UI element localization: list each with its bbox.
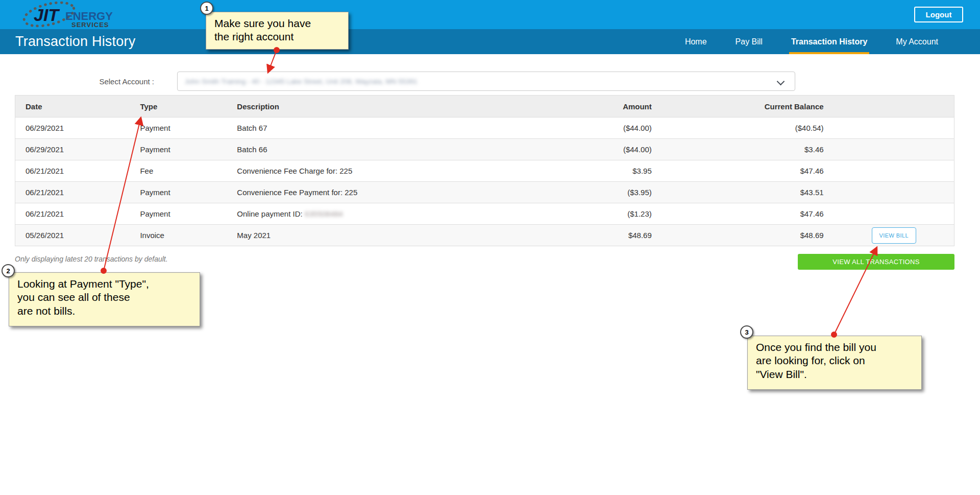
cell-date: 06/21/2021 <box>15 182 130 203</box>
cell-action <box>834 160 954 182</box>
logo-jit-text: JIT <box>34 5 60 25</box>
table-row: 06/29/2021PaymentBatch 67($44.00)($40.54… <box>15 117 954 139</box>
cell-current-balance: $47.46 <box>662 203 834 225</box>
table-row: 06/21/2021PaymentOnline payment ID: 6355… <box>15 203 954 225</box>
table-footnote: Only displaying latest 20 transactions b… <box>15 255 168 263</box>
nav-item-pay-bill[interactable]: Pay Bill <box>721 29 777 54</box>
cell-amount: ($1.23) <box>507 203 662 225</box>
cell-action <box>834 203 954 225</box>
nav-item-transaction-history[interactable]: Transaction History <box>777 29 881 54</box>
column-header-amount: Amount <box>507 96 662 117</box>
cell-date: 06/21/2021 <box>15 160 130 182</box>
page-title: Transaction History <box>15 29 135 54</box>
cell-type: Payment <box>130 117 227 139</box>
cell-date: 05/26/2021 <box>15 225 130 246</box>
cell-type: Fee <box>130 160 227 182</box>
callout-step-3: Once you find the bill you are looking f… <box>747 336 922 390</box>
chevron-down-icon <box>777 78 785 86</box>
table-header-row: DateTypeDescriptionAmountCurrent Balance <box>15 96 954 117</box>
blurred-payment-id: 635508484 <box>305 209 343 218</box>
view-all-transactions-button[interactable]: VIEW ALL TRANSACTIONS <box>798 254 954 270</box>
step-badge-1: 1 <box>200 2 213 15</box>
cell-description: Batch 67 <box>227 117 507 139</box>
jit-energy-logo: JIT ENERGY SERVICES <box>19 2 127 30</box>
cell-description: Convenience Fee Payment for: 225 <box>227 182 507 203</box>
logout-button[interactable]: Logout <box>914 7 963 22</box>
nav-item-my-account[interactable]: My Account <box>881 29 952 54</box>
cell-action: VIEW BILL <box>834 225 954 246</box>
nav-item-home[interactable]: Home <box>671 29 721 54</box>
select-account-label: Select Account : <box>61 77 154 86</box>
cell-current-balance: $47.46 <box>662 160 834 182</box>
cell-description: May 2021 <box>227 225 507 246</box>
cell-type: Payment <box>130 182 227 203</box>
callout-step-2: Looking at Payment "Type", you can see a… <box>9 272 200 326</box>
cell-date: 06/29/2021 <box>15 139 130 160</box>
step-badge-3: 3 <box>740 325 753 339</box>
cell-amount: ($44.00) <box>507 117 662 139</box>
cell-type: Payment <box>130 139 227 160</box>
column-header-current-balance: Current Balance <box>662 96 834 117</box>
cell-action <box>834 182 954 203</box>
column-header-action <box>834 96 954 117</box>
cell-amount: ($3.95) <box>507 182 662 203</box>
callout-step-1: Make sure you have the right account <box>206 12 349 50</box>
navbar: Transaction History HomePay BillTransact… <box>0 29 980 54</box>
account-select-value: John Smith Training - 40 - 12345 Lake St… <box>185 78 418 85</box>
table-row: 06/29/2021PaymentBatch 66($44.00)$3.46 <box>15 139 954 160</box>
cell-amount: ($44.00) <box>507 139 662 160</box>
transaction-history-page: JIT ENERGY SERVICES Logout Transaction H… <box>0 0 980 495</box>
table-row: 05/26/2021InvoiceMay 2021$48.69$48.69VIE… <box>15 225 954 246</box>
topbar: JIT ENERGY SERVICES Logout <box>0 0 980 29</box>
cell-description: Online payment ID: 635508484 <box>227 203 507 225</box>
cell-description: Batch 66 <box>227 139 507 160</box>
step-badge-2: 2 <box>2 264 15 277</box>
cell-date: 06/29/2021 <box>15 117 130 139</box>
cell-action <box>834 139 954 160</box>
cell-amount: $3.95 <box>507 160 662 182</box>
logo-services-text: SERVICES <box>71 21 109 28</box>
cell-action <box>834 117 954 139</box>
table-row: 06/21/2021FeeConvenience Fee Charge for:… <box>15 160 954 182</box>
active-tab-underline <box>789 52 869 54</box>
cell-type: Invoice <box>130 225 227 246</box>
cell-current-balance: $48.69 <box>662 225 834 246</box>
account-select[interactable]: John Smith Training - 40 - 12345 Lake St… <box>177 72 795 91</box>
cell-description: Convenience Fee Charge for: 225 <box>227 160 507 182</box>
column-header-description: Description <box>227 96 507 117</box>
view-bill-button[interactable]: VIEW BILL <box>872 227 916 244</box>
cell-current-balance: $3.46 <box>662 139 834 160</box>
main-nav: HomePay BillTransaction HistoryMy Accoun… <box>671 29 952 54</box>
column-header-type: Type <box>130 96 227 117</box>
column-header-date: Date <box>15 96 130 117</box>
transactions-table: DateTypeDescriptionAmountCurrent Balance… <box>15 95 954 246</box>
cell-type: Payment <box>130 203 227 225</box>
cell-amount: $48.69 <box>507 225 662 246</box>
table-row: 06/21/2021PaymentConvenience Fee Payment… <box>15 182 954 203</box>
cell-date: 06/21/2021 <box>15 203 130 225</box>
cell-current-balance: $43.51 <box>662 182 834 203</box>
cell-current-balance: ($40.54) <box>662 117 834 139</box>
